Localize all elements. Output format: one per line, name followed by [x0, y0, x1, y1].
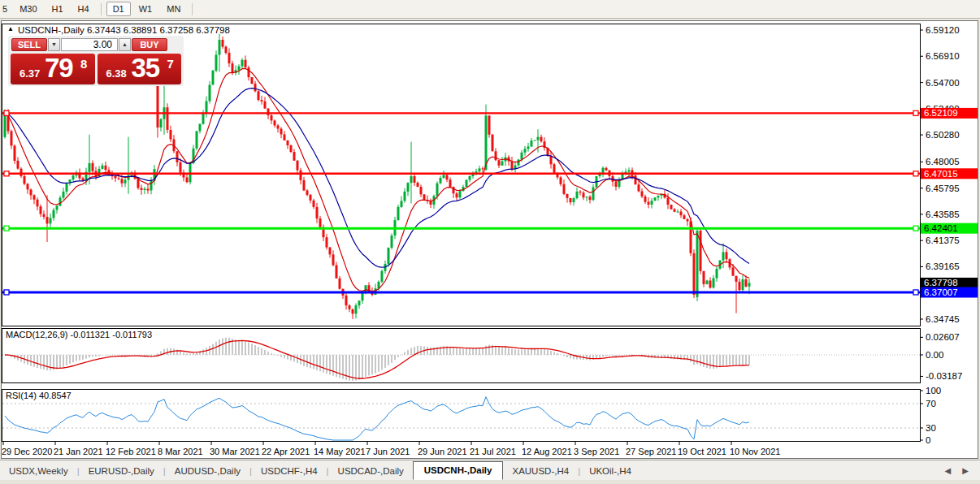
svg-text:0: 0	[926, 435, 930, 445]
volume-increase-button[interactable]: ▲	[119, 38, 131, 51]
svg-text:21 Jan 2021: 21 Jan 2021	[54, 447, 103, 456]
svg-text:6.39165: 6.39165	[926, 261, 960, 271]
svg-text:14 May 2021: 14 May 2021	[314, 447, 366, 456]
svg-text:0.00: 0.00	[926, 350, 943, 360]
svg-text:100: 100	[926, 386, 941, 395]
svg-text:30 Mar 2021: 30 Mar 2021	[210, 447, 260, 456]
macd-indicator-label: MACD(12,26,9) -0.011321 -0.011793	[6, 330, 152, 339]
svg-text:8 Mar 2021: 8 Mar 2021	[158, 447, 203, 456]
svg-text:30: 30	[926, 423, 936, 433]
sell-price-small: 6.37	[20, 67, 40, 80]
svg-text:70: 70	[926, 399, 936, 408]
rsi-indicator-label: RSI(14) 40.8547	[6, 391, 72, 400]
one-click-trade-panel: SELL ▼ ▲ BUY 6.37 79 8 6.38 35 7	[8, 36, 184, 86]
svg-text:6.59120: 6.59120	[926, 25, 960, 35]
svg-text:6.52109: 6.52109	[924, 108, 958, 118]
svg-text:-0.03187: -0.03187	[926, 371, 962, 381]
svg-text:6.41375: 6.41375	[926, 236, 960, 245]
svg-text:21 Jul 2021: 21 Jul 2021	[470, 447, 516, 456]
sell-price-box[interactable]: 6.37 79 8	[11, 54, 95, 84]
svg-text:27 Sep 2021: 27 Sep 2021	[626, 447, 676, 456]
svg-text:6.34745: 6.34745	[926, 314, 960, 324]
svg-text:6.42401: 6.42401	[924, 223, 958, 233]
svg-text:22 Apr 2021: 22 Apr 2021	[262, 447, 310, 456]
svg-text:6.37007: 6.37007	[924, 287, 958, 297]
svg-text:6.43585: 6.43585	[926, 210, 960, 219]
svg-text:12 Aug 2021: 12 Aug 2021	[522, 447, 572, 456]
chart-title: USDCNH-,Daily 6.37443 6.38891 6.37258 6.…	[18, 25, 230, 35]
buy-button[interactable]: BUY	[132, 38, 167, 51]
sell-price-sup: 8	[80, 57, 87, 71]
svg-text:29 Jun 2021: 29 Jun 2021	[418, 447, 467, 456]
buy-price-big: 35	[132, 53, 160, 84]
svg-text:10 Nov 2021: 10 Nov 2021	[730, 447, 780, 456]
svg-text:6.48005: 6.48005	[926, 157, 960, 166]
svg-text:6.54700: 6.54700	[926, 78, 960, 88]
buy-price-sup: 7	[167, 57, 174, 71]
svg-text:7 Jun 2021: 7 Jun 2021	[366, 447, 410, 456]
volume-input[interactable]	[61, 38, 118, 51]
svg-text:0.02607: 0.02607	[926, 332, 960, 342]
svg-text:19 Oct 2021: 19 Oct 2021	[678, 447, 726, 456]
svg-text:6.45795: 6.45795	[926, 184, 960, 193]
volume-decrease-button[interactable]: ▼	[48, 38, 60, 51]
svg-text:6.37798: 6.37798	[924, 278, 958, 287]
buy-price-small: 6.38	[106, 67, 127, 80]
buy-price-box[interactable]: 6.38 35 7	[98, 54, 182, 84]
svg-text:6.47015: 6.47015	[924, 169, 958, 179]
sell-price-big: 79	[45, 53, 73, 84]
collapse-panel-icon[interactable]: ▲	[7, 25, 14, 32]
sell-button[interactable]: SELL	[11, 38, 47, 51]
svg-text:3 Sep 2021: 3 Sep 2021	[574, 447, 619, 456]
svg-text:6.56910: 6.56910	[926, 51, 960, 61]
svg-text:12 Feb 2021: 12 Feb 2021	[106, 447, 156, 456]
svg-text:29 Dec 2020: 29 Dec 2020	[2, 447, 52, 456]
svg-text:6.50280: 6.50280	[926, 130, 960, 140]
